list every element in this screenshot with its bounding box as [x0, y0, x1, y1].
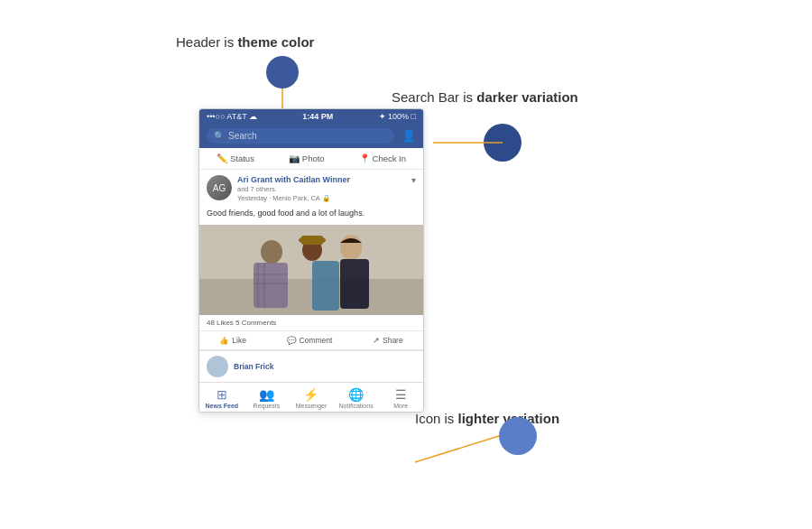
- nav-notifications[interactable]: 🌐 Notifications: [338, 387, 374, 409]
- action-bar: ✏️ Status 📷 Photo 📍 Check In: [199, 148, 423, 170]
- next-post-header: Brian Frick: [199, 351, 423, 382]
- nav-more[interactable]: ☰ More: [383, 387, 419, 409]
- avatar: AG: [207, 175, 232, 200]
- svg-rect-14: [312, 261, 339, 311]
- requests-icon: 👥: [259, 387, 274, 402]
- notifications-icon: 🌐: [348, 387, 364, 402]
- phone-mockup: •••○○ AT&T ☁ 1:44 PM ✦ 100% □ 🔍 Search 👤…: [198, 108, 424, 413]
- like-button[interactable]: 👍 Like: [219, 336, 246, 345]
- nav-more-label: More: [393, 403, 408, 409]
- post-author: Ari Grant with Caitlan Winner: [237, 175, 350, 184]
- avatar-image: AG: [207, 175, 232, 200]
- next-post-name: Brian Frick: [234, 362, 273, 371]
- phone-screen: •••○○ AT&T ☁ 1:44 PM ✦ 100% □ 🔍 Search 👤…: [198, 108, 424, 413]
- photo-label: Photo: [302, 153, 325, 163]
- nav-news-feed-label: News Feed: [206, 403, 239, 409]
- status-bar-right: ✦ 100% □: [379, 112, 416, 121]
- battery-text: ✦ 100% □: [379, 112, 416, 121]
- status-bar: •••○○ AT&T ☁ 1:44 PM ✦ 100% □: [199, 109, 423, 124]
- search-annotation-label: Search Bar is darker variation: [392, 89, 578, 105]
- status-label: Status: [230, 153, 254, 163]
- comment-button[interactable]: 💬 Comment: [287, 336, 333, 345]
- checkin-icon: 📍: [359, 153, 370, 163]
- nav-news-feed[interactable]: ⊞ News Feed: [204, 387, 240, 409]
- search-icon: 🔍: [214, 131, 225, 141]
- comment-icon: 💬: [287, 336, 297, 345]
- post-sub1: and 7 others.: [237, 185, 350, 193]
- post-image-svg: [199, 225, 423, 315]
- share-icon: ↗: [373, 336, 380, 345]
- icon-light-circle: [499, 417, 537, 455]
- bottom-nav: ⊞ News Feed 👥 Requests ⚡ Messenger 🌐 Not…: [199, 382, 423, 412]
- search-box[interactable]: 🔍 Search: [207, 128, 394, 144]
- post-header-left: AG Ari Grant with Caitlan Winner and 7 o…: [207, 175, 350, 202]
- icon-annotation-label: Icon is lighter variation: [415, 411, 559, 426]
- checkin-action[interactable]: 📍 Check In: [359, 153, 407, 163]
- nav-messenger[interactable]: ⚡ Messenger: [293, 387, 329, 409]
- next-post-avatar: [207, 356, 228, 377]
- svg-point-5: [261, 240, 282, 264]
- svg-rect-4: [199, 279, 423, 315]
- compose-icon: 👤: [401, 129, 416, 143]
- carrier-text: •••○○ AT&T ☁: [207, 112, 257, 121]
- status-bar-left: •••○○ AT&T ☁: [207, 112, 257, 121]
- header-annotation-label: Header is theme color: [176, 34, 314, 50]
- svg-rect-13: [301, 236, 323, 245]
- news-feed-icon: ⊞: [217, 387, 227, 402]
- status-icon: ✏️: [217, 153, 227, 163]
- post-actions: 👍 Like 💬 Comment ↗ Share: [199, 331, 423, 350]
- header-theme-circle: [266, 56, 299, 88]
- comment-label: Comment: [300, 336, 333, 345]
- photo-icon: 📷: [289, 153, 300, 163]
- like-icon: 👍: [219, 336, 229, 345]
- search-dark-circle: [484, 124, 521, 162]
- messenger-icon: ⚡: [303, 387, 318, 402]
- nav-messenger-label: Messenger: [296, 403, 328, 409]
- post-image: [199, 225, 423, 315]
- svg-line-2: [415, 436, 499, 462]
- status-action[interactable]: ✏️ Status: [217, 153, 254, 163]
- post-text: Good friends, good food and a lot of lau…: [199, 208, 423, 225]
- post-sub2: Yesterday · Menlo Park, CA 🔒: [237, 194, 350, 202]
- search-bar-area: 🔍 Search 👤: [199, 124, 423, 148]
- post-header: AG Ari Grant with Caitlan Winner and 7 o…: [199, 170, 423, 208]
- chevron-down-icon: ▾: [411, 175, 416, 185]
- svg-rect-16: [340, 259, 369, 309]
- nav-notifications-label: Notifications: [339, 403, 374, 409]
- more-icon: ☰: [395, 387, 407, 402]
- like-label: Like: [232, 336, 246, 345]
- checkin-label: Check In: [373, 153, 407, 163]
- svg-rect-6: [254, 263, 288, 308]
- photo-action[interactable]: 📷 Photo: [289, 153, 325, 163]
- nav-requests[interactable]: 👥 Requests: [248, 387, 284, 409]
- nav-requests-label: Requests: [254, 403, 281, 409]
- post-meta: Ari Grant with Caitlan Winner and 7 othe…: [237, 175, 350, 202]
- share-button[interactable]: ↗ Share: [373, 336, 403, 345]
- time-text: 1:44 PM: [302, 112, 333, 121]
- share-label: Share: [383, 336, 403, 345]
- post-area: AG Ari Grant with Caitlan Winner and 7 o…: [199, 170, 423, 351]
- search-placeholder: Search: [228, 131, 257, 141]
- post-likes: 48 Likes 5 Comments: [199, 315, 423, 331]
